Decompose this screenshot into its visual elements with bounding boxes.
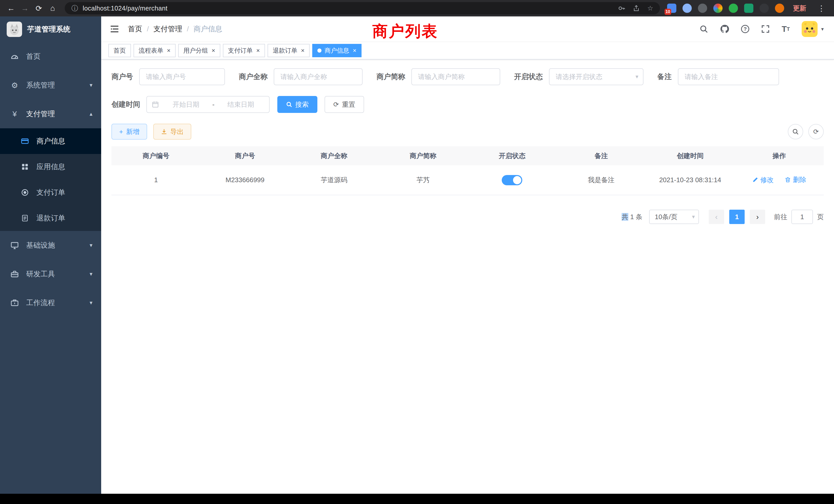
plus-icon: + (119, 128, 123, 136)
sidebar-item-dev-tools[interactable]: 研发工具 ▾ (0, 260, 101, 289)
tab-label: 退款订单 (273, 46, 297, 55)
close-icon[interactable]: × (212, 47, 215, 54)
main-content: 商户号 商户全称 商户简称 开启状态 请选择开启状态 (101, 60, 834, 494)
reset-button[interactable]: ⟳ 重置 (325, 96, 364, 113)
sidebar-item-system[interactable]: ⚙ 系统管理 ▾ (0, 71, 101, 99)
sidebar-item-merchant-info[interactable]: 商户信息 (0, 128, 101, 154)
cell-merchant-no: M233666999 (200, 165, 290, 195)
browser-menu-icon[interactable]: ⋮ (815, 4, 828, 13)
date-range-picker[interactable]: 开始日期 - 结束日期 (146, 96, 270, 113)
close-icon[interactable]: × (353, 47, 356, 54)
sidebar-menu: 首页 ⚙ 系统管理 ▾ ¥ 支付管理 ▴ 商 (0, 42, 101, 317)
tab-home[interactable]: 首页 (108, 44, 131, 57)
document-icon (21, 214, 29, 222)
home-icon[interactable]: ⌂ (46, 2, 60, 15)
extension-icon-3[interactable] (698, 4, 707, 13)
close-icon[interactable]: × (256, 47, 260, 54)
browser-chrome: ← → ⟳ ⌂ ⓘ localhost:1024/pay/merchant ☆ … (0, 0, 834, 17)
sidebar-item-refund-order[interactable]: 退款订单 (0, 205, 101, 231)
merchant-no-input[interactable] (139, 68, 225, 85)
tab-refund-order[interactable]: 退款订单 × (267, 44, 310, 57)
browser-update-button[interactable]: 更新 (793, 4, 806, 13)
breadcrumb: 首页 / 支付管理 / 商户信息 (128, 24, 222, 34)
next-page-button[interactable]: › (750, 210, 765, 224)
remark-input[interactable] (678, 68, 779, 85)
status-toggle[interactable] (502, 175, 522, 185)
user-avatar[interactable]: ▾ (802, 21, 824, 37)
sidebar-item-infrastructure[interactable]: 基础设施 ▾ (0, 231, 101, 260)
extension-icon-4[interactable] (713, 4, 723, 13)
cell-create-time: 2021-10-23 08:31:14 (646, 165, 735, 195)
add-button-label: 新增 (126, 127, 139, 136)
back-icon[interactable]: ← (4, 2, 18, 15)
tab-process-form[interactable]: 流程表单 × (133, 44, 176, 57)
delete-link[interactable]: 删除 (785, 175, 806, 184)
sidebar-item-label: 研发工具 (26, 269, 55, 279)
sidebar-item-pay-order[interactable]: 支付订单 (0, 180, 101, 205)
col-header: 操作 (734, 146, 824, 165)
help-icon[interactable]: ? (741, 25, 749, 33)
refresh-icon[interactable]: ⟳ (32, 2, 46, 15)
tab-merchant-info[interactable]: 商户信息 × (312, 44, 361, 57)
table-row: 1 M233666999 芋道源码 芋艿 我是备注 2021-10-23 08:… (111, 165, 824, 195)
close-icon[interactable]: × (167, 47, 171, 54)
sidebar-item-workflow[interactable]: 工作流程 ▾ (0, 289, 101, 317)
sidebar-item-home[interactable]: 首页 (0, 42, 101, 71)
extension-icon-6[interactable] (744, 4, 753, 13)
logo-avatar (7, 22, 22, 37)
pagination-total: 共 1 条 (622, 212, 642, 222)
delete-label: 删除 (793, 175, 806, 184)
add-button[interactable]: + 新增 (111, 124, 147, 140)
create-time-label: 创建时间 (111, 99, 140, 109)
sidebar-item-label: 首页 (26, 51, 41, 61)
bookmark-star-icon[interactable]: ☆ (647, 4, 653, 12)
chevron-down-icon: ▾ (90, 299, 92, 306)
short-name-input[interactable] (411, 68, 500, 85)
search-button[interactable]: 搜索 (277, 96, 317, 113)
sidebar-logo[interactable]: 芋道管理系统 (0, 17, 101, 42)
extension-icon-2[interactable] (682, 4, 692, 13)
chevron-down-icon: ▾ (692, 213, 695, 220)
extension-icon-5[interactable] (729, 4, 738, 13)
sidebar-toggle-icon[interactable] (101, 17, 128, 42)
status-select[interactable]: 请选择开启状态 ▾ (549, 68, 643, 85)
sidebar-item-payment[interactable]: ¥ 支付管理 ▴ (0, 99, 101, 128)
browser-profile-avatar[interactable] (775, 4, 784, 13)
tab-user-group[interactable]: 用户分组 × (178, 44, 220, 57)
extension-icon-7[interactable] (760, 4, 769, 13)
github-icon[interactable] (720, 24, 729, 33)
sidebar-item-label: 商户信息 (37, 136, 65, 146)
refresh-table-button[interactable]: ⟳ (808, 124, 824, 139)
edit-link[interactable]: 修改 (752, 176, 774, 184)
show-search-toggle-button[interactable] (788, 124, 803, 139)
fullscreen-icon[interactable] (761, 25, 770, 33)
page-size-select[interactable]: 10条/页 ▾ (649, 210, 699, 224)
search-icon (286, 101, 292, 108)
tab-pay-order[interactable]: 支付订单 × (223, 44, 265, 57)
url-bar[interactable]: ⓘ localhost:1024/pay/merchant ☆ (65, 2, 660, 14)
goto-page-input[interactable] (791, 210, 813, 224)
close-icon[interactable]: × (301, 47, 305, 54)
prev-page-button[interactable]: ‹ (709, 210, 724, 224)
total-suffix: 1 条 (630, 213, 642, 221)
breadcrumb-home[interactable]: 首页 (128, 24, 142, 34)
full-name-input[interactable] (274, 68, 363, 85)
password-key-icon[interactable] (618, 5, 625, 12)
extension-icon-1[interactable]: 10 (667, 4, 676, 13)
breadcrumb-payment[interactable]: 支付管理 (154, 24, 182, 34)
forward-icon[interactable]: → (18, 2, 32, 15)
search-button-label: 搜索 (295, 100, 309, 109)
refresh-icon: ⟳ (333, 100, 339, 109)
font-size-icon[interactable]: TT (782, 25, 790, 33)
export-button[interactable]: 导出 (153, 124, 191, 140)
end-date-placeholder: 结束日期 (218, 100, 264, 109)
sidebar-item-label: 基础设施 (26, 240, 55, 250)
site-info-icon[interactable]: ⓘ (71, 4, 78, 13)
sidebar-item-app-info[interactable]: 应用信息 (0, 154, 101, 180)
col-header: 商户号 (200, 146, 290, 165)
share-icon[interactable] (633, 5, 640, 12)
page-number-1[interactable]: 1 (729, 210, 745, 224)
remark-label: 备注 (657, 72, 672, 82)
app-title: 芋道管理系统 (27, 24, 70, 34)
search-icon[interactable] (699, 25, 708, 33)
